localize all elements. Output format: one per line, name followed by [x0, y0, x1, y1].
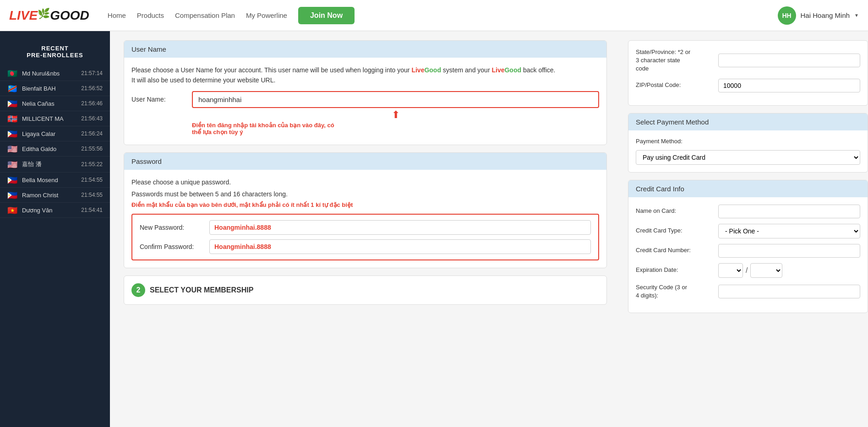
password-section-header: Password	[124, 153, 606, 170]
nav-products[interactable]: Products	[137, 11, 164, 19]
zip-field-row: ZIP/Postal Code:	[636, 79, 860, 92]
flag-icon: 🇨🇩	[7, 85, 18, 92]
flag-icon: 🇵🇭	[7, 176, 18, 184]
sidebar-item: 🇺🇸 嘉怡 潘 21:55:22	[0, 157, 110, 173]
chevron-down-icon[interactable]: ▼	[854, 13, 859, 18]
nav-compensation[interactable]: Compensation Plan	[175, 11, 235, 19]
sidebar-item: 🇵🇭 Bella Mosend 21:54:55	[0, 173, 110, 188]
state-section: State/Province: *2 or3 character stateco…	[628, 40, 868, 106]
sidebar-item: 🇳🇴 MILLICENT MA 21:56:43	[0, 111, 110, 126]
sidebar-item-time: 21:54:55	[81, 177, 103, 183]
nav-powerline[interactable]: My Powerline	[246, 11, 287, 19]
sidebar-item-left: 🇳🇴 MILLICENT MA	[7, 115, 64, 122]
avatar: HH	[778, 6, 796, 25]
username-section-header: User Name	[124, 41, 606, 58]
brand-live: Live	[411, 66, 424, 74]
sidebar-item-left: 🇺🇸 嘉怡 潘	[7, 160, 42, 168]
join-now-button[interactable]: Join Now	[298, 7, 355, 24]
security-code-input[interactable]	[718, 285, 860, 298]
password-desc2: Passwords must be between 5 and 16 chara…	[131, 189, 599, 199]
sidebar-item-time: 21:56:46	[81, 100, 103, 107]
sidebar-item-name: Ligaya Calar	[22, 130, 55, 137]
password-desc1: Please choose a unique password.	[131, 177, 599, 187]
sidebar-item-left: 🇵🇭 Ligaya Calar	[7, 130, 55, 137]
expiry-slash: /	[746, 266, 748, 275]
state-field-row: State/Province: *2 or3 character stateco…	[636, 48, 860, 73]
sidebar-item: 🇧🇩 Md Nurul&nbs 21:57:14	[0, 66, 110, 81]
main-content: User Name Please choose a User Name for …	[110, 31, 621, 427]
expiry-row: Expiration Date: 01020304 05060708 09101…	[636, 263, 860, 278]
sidebar-item-name: Nelia Cañas	[22, 100, 55, 107]
sidebar-item: 🇺🇸 Editha Galdo 21:55:56	[0, 141, 110, 157]
sidebar-item-left: 🇻🇳 Dương Văn	[7, 206, 53, 214]
sidebar-item-time: 21:56:43	[81, 115, 103, 122]
sidebar-item-name: Editha Galdo	[22, 146, 56, 152]
sidebar-item-name: Bella Mosend	[22, 177, 58, 184]
sidebar-item: 🇻🇳 Dương Văn 21:54:41	[0, 203, 110, 218]
main-nav: Home Products Compensation Plan My Power…	[108, 7, 778, 24]
sidebar-item: 🇵🇭 Nelia Cañas 21:56:46	[0, 96, 110, 111]
payment-method-select[interactable]: Pay using Credit Card PayPal Bank Transf…	[636, 150, 860, 165]
expiry-month-select[interactable]: 01020304 05060708 09101112	[718, 263, 743, 278]
header: LIVE🌿GOOD Home Products Compensation Pla…	[0, 0, 868, 31]
card-type-select[interactable]: - Pick One - Visa MasterCard American Ex…	[718, 224, 860, 238]
flag-icon: 🇺🇸	[7, 161, 18, 168]
step-circle: 2	[131, 283, 145, 297]
expiry-label: Expiration Date:	[636, 266, 714, 274]
password-section-body: Please choose a unique password. Passwor…	[124, 170, 606, 268]
payment-section: Select Payment Method Payment Method: Pa…	[628, 113, 868, 173]
logo: LIVE🌿GOOD	[9, 8, 89, 23]
card-number-row: Credit Card Number:	[636, 244, 860, 258]
brand-good: Good	[424, 66, 441, 74]
sidebar-item-name: 嘉怡 潘	[22, 160, 42, 168]
username-input[interactable]	[192, 91, 599, 108]
sidebar-item-left: 🇵🇭 Ramon Christ	[7, 191, 58, 199]
zip-input[interactable]	[718, 79, 860, 92]
flag-icon: 🇳🇴	[7, 115, 18, 122]
expiry-selects: 01020304 05060708 09101112 / 20242025202…	[718, 263, 782, 278]
user-name: Hai Hoang Minh	[801, 11, 850, 19]
state-section-body: State/Province: *2 or3 character stateco…	[628, 41, 868, 105]
sidebar-title: RECENTPRE-ENROLLEES	[0, 40, 110, 66]
card-number-input[interactable]	[718, 244, 860, 258]
payment-section-body: Payment Method: Pay using Credit Card Pa…	[628, 130, 868, 172]
sidebar-item-name: Dương Văn	[22, 207, 53, 214]
expiry-year-select[interactable]: 202420252026 2027202820292030	[750, 263, 782, 278]
zip-label: ZIP/Postal Code:	[636, 81, 714, 89]
username-section-body: Please choose a User Name for your accou…	[124, 58, 606, 145]
sidebar-item-time: 21:54:41	[81, 207, 103, 213]
state-input[interactable]	[718, 54, 860, 67]
logo-leaf-icon: 🌿	[38, 8, 50, 20]
name-on-card-label: Name on Card:	[636, 207, 714, 215]
brand-good2: Good	[504, 66, 521, 74]
username-label: User Name:	[131, 96, 186, 103]
card-type-row: Credit Card Type: - Pick One - Visa Mast…	[636, 224, 860, 238]
security-code-label: Security Code (3 or4 digits):	[636, 283, 714, 300]
sidebar-item-time: 21:54:55	[81, 192, 103, 198]
username-input-wrapper: ⬆	[192, 91, 599, 108]
confirm-password-label: Confirm Password:	[140, 243, 204, 250]
confirm-password-input[interactable]	[209, 239, 591, 254]
sidebar-item-left: 🇧🇩 Md Nurul&nbs	[7, 70, 60, 77]
membership-section: 2 SELECT YOUR MEMBERSHIP	[124, 276, 607, 305]
logo-good-text: GOOD	[50, 8, 89, 23]
payment-section-header: Select Payment Method	[628, 114, 868, 130]
sidebar-item: 🇨🇩 Bienfait BAH 21:56:52	[0, 81, 110, 96]
flag-icon: 🇺🇸	[7, 145, 18, 152]
sidebar-item-time: 21:55:56	[81, 146, 103, 152]
new-password-label: New Password:	[140, 224, 204, 231]
username-description: Please choose a User Name for your accou…	[131, 65, 599, 86]
username-form-row: User Name: ⬆	[131, 91, 599, 108]
sidebar-item-left: 🇺🇸 Editha Galdo	[7, 145, 56, 152]
nav-home[interactable]: Home	[108, 11, 126, 19]
sidebar-item-left: 🇵🇭 Nelia Cañas	[7, 100, 55, 107]
new-password-input[interactable]	[209, 220, 591, 235]
sidebar-item: 🇵🇭 Ramon Christ 21:54:55	[0, 188, 110, 203]
sidebar: RECENTPRE-ENROLLEES 🇧🇩 Md Nurul&nbs 21:5…	[0, 31, 110, 427]
state-label: State/Province: *2 or3 character stateco…	[636, 48, 714, 73]
credit-card-header: Credit Card Info	[628, 180, 868, 197]
new-password-row: New Password:	[140, 220, 591, 235]
name-on-card-input[interactable]	[718, 205, 860, 218]
password-box: New Password: Confirm Password:	[131, 214, 599, 260]
flag-icon: 🇧🇩	[7, 70, 18, 77]
